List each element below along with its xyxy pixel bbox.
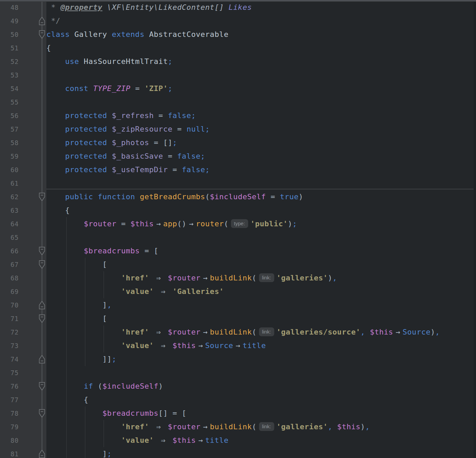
token-cmt: * xyxy=(46,3,60,12)
code-text[interactable] xyxy=(46,231,476,244)
token-kw: , xyxy=(328,422,332,431)
code-text[interactable] xyxy=(46,95,476,109)
gutter-line-59[interactable]: 59 xyxy=(0,150,46,163)
fold-up-icon[interactable] xyxy=(38,355,46,364)
code-text[interactable]: 'href' ⇒ $router→buildLink(link:'galleri… xyxy=(46,271,476,285)
code-text[interactable]: protected $_photos = []; xyxy=(46,136,476,150)
gutter-line-79[interactable]: 79 xyxy=(0,420,46,434)
gutter-line-63[interactable]: 63 xyxy=(0,204,46,217)
gutter-line-76[interactable]: 76 xyxy=(0,380,46,393)
code-text[interactable]: 'href' ⇒ $router→buildLink(link:'galleri… xyxy=(46,420,476,434)
code-text[interactable]: if ($includeSelf) xyxy=(46,380,476,393)
gutter-line-55[interactable]: 55 xyxy=(0,95,46,109)
line-number: 70 xyxy=(0,298,19,312)
code-text[interactable]: protected $_refresh = false; xyxy=(46,109,476,122)
gutter-line-49[interactable]: 49 xyxy=(0,14,46,28)
gutter-line-51[interactable]: 51 xyxy=(0,41,46,55)
fold-down-icon[interactable] xyxy=(38,382,46,391)
fold-up-icon[interactable] xyxy=(38,450,46,458)
gutter-line-77[interactable]: 77 xyxy=(0,393,46,407)
token-str: 'public' xyxy=(251,220,288,228)
gutter-line-57[interactable]: 57 xyxy=(0,122,46,136)
gutter-line-48[interactable]: 48 xyxy=(0,1,46,14)
gutter-line-66[interactable]: 66 xyxy=(0,244,46,258)
fold-down-icon[interactable] xyxy=(38,247,46,255)
code-text[interactable]: use HasSourceHtmlTrait; xyxy=(46,55,476,68)
token-txt: = xyxy=(154,111,168,120)
gutter-line-71[interactable]: 71 xyxy=(0,312,46,325)
code-text[interactable]: */ xyxy=(46,14,476,28)
code-text[interactable]: $breadcrumbs[] = [ xyxy=(46,407,476,420)
code-text[interactable]: [ xyxy=(46,258,476,271)
token-txt: = [ xyxy=(140,247,158,255)
code-text[interactable]: { xyxy=(46,393,476,407)
code-text[interactable]: 'value' ⇒ 'Galleries' xyxy=(46,285,476,298)
gutter-line-67[interactable]: 67 xyxy=(0,258,46,271)
line-number: 65 xyxy=(0,231,19,244)
code-text[interactable] xyxy=(46,68,476,82)
code-text[interactable]: $router = $this→app()→router(type:'publi… xyxy=(46,217,476,231)
token-kw: protected xyxy=(65,165,107,174)
line-number: 71 xyxy=(0,312,19,325)
line-number: 54 xyxy=(0,82,19,95)
fold-down-icon[interactable] xyxy=(38,30,46,39)
gutter-line-72[interactable]: 72 xyxy=(0,325,46,339)
gutter-line-68[interactable]: 68 xyxy=(0,271,46,285)
code-text[interactable]: $breadcrumbs = [ xyxy=(46,244,476,258)
gutter-line-75[interactable]: 75 xyxy=(0,366,46,380)
code-text[interactable]: protected $_zipResource = null; xyxy=(46,122,476,136)
scrollbar-track[interactable] xyxy=(474,0,476,458)
code-text[interactable]: 'value' ⇒ $this→Source→title xyxy=(46,339,476,352)
gutter-line-69[interactable]: 69 xyxy=(0,285,46,298)
gutter-line-62[interactable]: 62 xyxy=(0,190,46,204)
code-text[interactable]: ], xyxy=(46,298,476,312)
fold-down-icon[interactable] xyxy=(38,192,46,201)
fold-up-icon[interactable] xyxy=(38,301,46,310)
gutter-line-53[interactable]: 53 xyxy=(0,68,46,82)
fold-down-icon[interactable] xyxy=(38,409,46,418)
token-var: $this xyxy=(130,220,154,228)
code-text[interactable]: public function getBreadCrumbs($includeS… xyxy=(46,190,476,204)
token-var: $router xyxy=(168,328,201,336)
gutter-line-78[interactable]: 78 xyxy=(0,407,46,420)
code-text[interactable]: { xyxy=(46,41,476,55)
gutter-line-80[interactable]: 80 xyxy=(0,434,46,447)
code-text[interactable]: protected $_useTempDir = false; xyxy=(46,163,476,177)
gutter-line-60[interactable]: 60 xyxy=(0,163,46,177)
code-text[interactable]: 'value' ⇒ $this→title xyxy=(46,434,476,447)
code-line-55: 55 xyxy=(0,95,476,109)
fold-up-icon[interactable] xyxy=(38,17,46,25)
code-text[interactable]: protected $_basicSave = false; xyxy=(46,150,476,163)
gutter-line-73[interactable]: 73 xyxy=(0,339,46,352)
gutter-line-81[interactable]: 81 xyxy=(0,447,46,458)
code-text[interactable]: 'href' ⇒ $router→buildLink(link:'galleri… xyxy=(46,325,476,339)
gutter-line-70[interactable]: 70 xyxy=(0,298,46,312)
token-kw: , xyxy=(107,301,112,309)
code-text[interactable]: const TYPE_ZIP = 'ZIP'; xyxy=(46,82,476,95)
gutter-line-74[interactable]: 74 xyxy=(0,352,46,366)
fold-down-icon[interactable] xyxy=(38,314,46,323)
code-text[interactable] xyxy=(46,366,476,380)
gutter-line-52[interactable]: 52 xyxy=(0,55,46,68)
code-text[interactable]: class Gallery extends AbstractCoverable xyxy=(46,28,476,41)
code-text[interactable] xyxy=(46,177,476,190)
token-txt xyxy=(46,328,121,336)
gutter-line-58[interactable]: 58 xyxy=(0,136,46,150)
fold-down-icon[interactable] xyxy=(38,260,46,269)
code-line-76: 76 if ($includeSelf) xyxy=(0,380,476,393)
gutter-line-65[interactable]: 65 xyxy=(0,231,46,244)
code-text[interactable]: ]; xyxy=(46,447,476,458)
gutter-line-50[interactable]: 50 xyxy=(0,28,46,41)
gutter-line-61[interactable]: 61 xyxy=(0,177,46,190)
token-prop: $_photos xyxy=(112,138,149,147)
code-text[interactable]: * @property \XF\Entity\LikedContent[] Li… xyxy=(46,1,476,14)
gutter-line-56[interactable]: 56 xyxy=(0,109,46,122)
code-text[interactable]: [ xyxy=(46,312,476,325)
gutter-line-54[interactable]: 54 xyxy=(0,82,46,95)
gutter-line-64[interactable]: 64 xyxy=(0,217,46,231)
token-txt: = xyxy=(168,165,182,174)
token-fn: buildLink xyxy=(210,422,252,431)
code-text[interactable]: { xyxy=(46,204,476,217)
code-text[interactable]: ]]; xyxy=(46,352,476,366)
code-line-81: 81 ]; xyxy=(0,447,476,458)
